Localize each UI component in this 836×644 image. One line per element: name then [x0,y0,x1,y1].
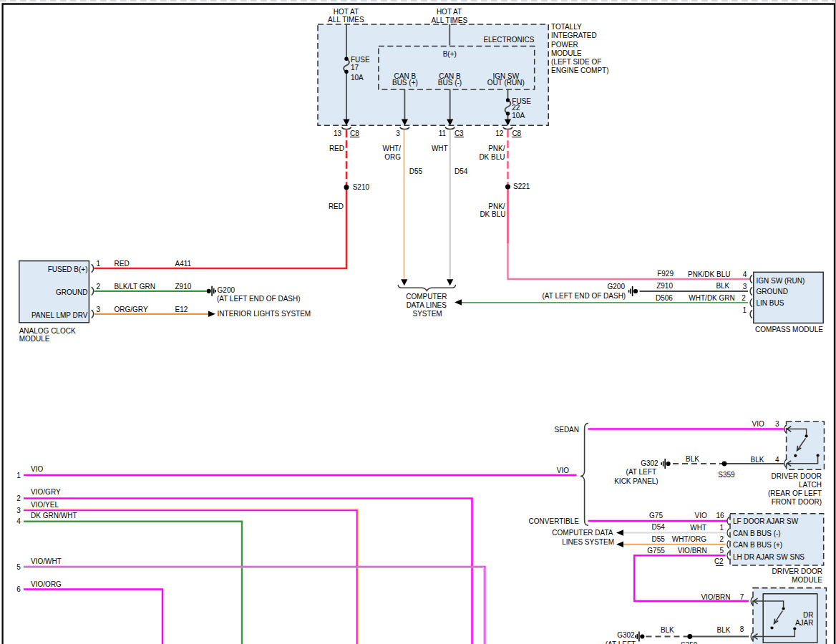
svg-text:(AT LEFT: (AT LEFT [606,640,636,644]
svg-text:PNK/: PNK/ [488,145,505,152]
svg-text:BUS (-): BUS (-) [438,79,462,87]
svg-text:DK BLU: DK BLU [479,153,505,161]
svg-text:1: 1 [16,472,21,479]
svg-text:LATCH: LATCH [799,481,822,489]
svg-text:C8: C8 [350,130,359,137]
svg-text:13: 13 [334,130,342,137]
svg-text:BLK: BLK [716,282,729,290]
svg-text:GROUND: GROUND [757,288,788,296]
svg-text:CAN B BUS (+): CAN B BUS (+) [733,541,782,549]
svg-text:5: 5 [720,547,724,555]
svg-text:(LEFT SIDE OF: (LEFT SIDE OF [551,58,601,66]
svg-text:BLK: BLK [686,455,699,463]
svg-text:3: 3 [97,306,101,313]
svg-text:G75: G75 [649,512,663,519]
svg-text:A411: A411 [175,260,192,268]
svg-text:DRIVER DOOR: DRIVER DOOR [771,472,822,480]
svg-text:17: 17 [351,64,359,72]
svg-text:PNK/: PNK/ [488,203,505,210]
svg-text:ALL TIMES: ALL TIMES [328,16,364,24]
svg-text:KICK PANEL): KICK PANEL) [614,477,658,485]
svg-text:(AT LEFT: (AT LEFT [626,468,656,476]
svg-text:SYSTEM: SYSTEM [413,310,442,318]
svg-text:ENGINE COMPT): ENGINE COMPT) [551,67,609,74]
svg-text:CAN B BUS (-): CAN B BUS (-) [733,530,781,537]
svg-text:G755: G755 [647,547,665,555]
svg-text:D55: D55 [651,535,665,543]
svg-text:LF DOOR AJAR SW: LF DOOR AJAR SW [733,517,799,525]
svg-text:WHT/: WHT/ [382,145,401,152]
svg-text:C2: C2 [714,557,724,565]
svg-text:D506: D506 [656,294,673,302]
svg-text:1: 1 [742,306,747,314]
svg-text:G302: G302 [641,459,658,467]
svg-text:2: 2 [720,535,724,543]
svg-text:C8: C8 [512,130,521,137]
svg-text:LH DR AJAR SW SNS: LH DR AJAR SW SNS [733,553,805,561]
svg-text:COMPASS MODULE: COMPASS MODULE [755,326,823,333]
svg-text:16: 16 [716,512,724,519]
svg-text:2: 2 [742,294,746,302]
svg-text:2: 2 [16,494,21,502]
svg-text:6: 6 [16,585,21,593]
svg-text:FRONT DOOR): FRONT DOOR) [772,498,822,506]
svg-text:BUS (+): BUS (+) [392,79,418,87]
svg-text:G200: G200 [608,283,626,291]
svg-text:D54: D54 [455,167,468,175]
svg-text:4: 4 [743,270,747,278]
svg-text:ORG/GRY: ORG/GRY [115,306,148,313]
svg-text:INTERIOR LIGHTS SYSTEM: INTERIOR LIGHTS SYSTEM [218,310,311,318]
svg-text:WHT: WHT [432,145,448,152]
svg-text:3: 3 [775,420,779,428]
svg-text:D54: D54 [651,523,665,531]
svg-text:LIN BUS: LIN BUS [757,299,784,307]
svg-text:TOTALLY: TOTALLY [551,23,582,31]
svg-text:ORG: ORG [384,153,401,161]
svg-text:BLK/LT GRN: BLK/LT GRN [115,283,155,291]
svg-text:BLK: BLK [751,456,764,464]
svg-text:VIO/GRY: VIO/GRY [31,488,61,496]
svg-text:B(+): B(+) [443,50,457,58]
svg-text:2: 2 [97,283,101,291]
svg-text:DRIVER DOOR: DRIVER DOOR [772,567,822,575]
svg-text:VIO: VIO [31,465,43,473]
svg-text:VIO/YEL: VIO/YEL [31,501,59,509]
svg-text:MODULE: MODULE [551,49,582,57]
svg-text:MODULE: MODULE [792,576,822,584]
svg-text:E12: E12 [175,306,188,313]
svg-text:3: 3 [743,283,747,291]
svg-text:8: 8 [740,625,744,633]
svg-text:RED: RED [115,260,130,268]
svg-text:RED: RED [329,145,344,152]
svg-text:GROUND: GROUND [56,288,87,296]
svg-text:DK BLU: DK BLU [480,210,505,218]
svg-text:WHT/ORG: WHT/ORG [672,535,707,543]
svg-text:DR: DR [803,611,813,619]
svg-text:G302: G302 [617,631,635,639]
svg-text:BLK: BLK [717,626,731,634]
svg-text:11: 11 [439,130,447,137]
svg-text:Z910: Z910 [656,282,673,290]
svg-text:VIO: VIO [695,512,707,519]
svg-text:FUSED B(+): FUSED B(+) [48,265,88,273]
svg-text:10A: 10A [512,112,525,119]
svg-text:D55: D55 [409,167,423,175]
svg-text:1: 1 [720,524,724,532]
svg-text:1: 1 [97,260,101,268]
svg-text:HOT AT: HOT AT [334,8,359,16]
svg-text:SEDAN: SEDAN [555,426,579,434]
svg-text:COMPUTER: COMPUTER [406,293,447,301]
svg-text:VIO/WHT: VIO/WHT [31,557,62,565]
svg-text:12: 12 [495,130,504,137]
svg-text:VIO/ORG: VIO/ORG [31,580,62,588]
svg-text:S210: S210 [353,183,370,191]
svg-text:CONVERTIBLE: CONVERTIBLE [529,517,580,525]
svg-text:C3: C3 [455,130,464,137]
svg-text:BLK: BLK [661,626,674,634]
svg-text:S221: S221 [513,182,530,190]
svg-text:AJAR: AJAR [795,619,814,627]
svg-text:INTEGRATED: INTEGRATED [551,31,597,39]
svg-text:Z910: Z910 [175,283,192,291]
svg-text:PNK/DK BLU: PNK/DK BLU [688,270,730,278]
svg-text:OUT (RUN): OUT (RUN) [487,79,525,87]
